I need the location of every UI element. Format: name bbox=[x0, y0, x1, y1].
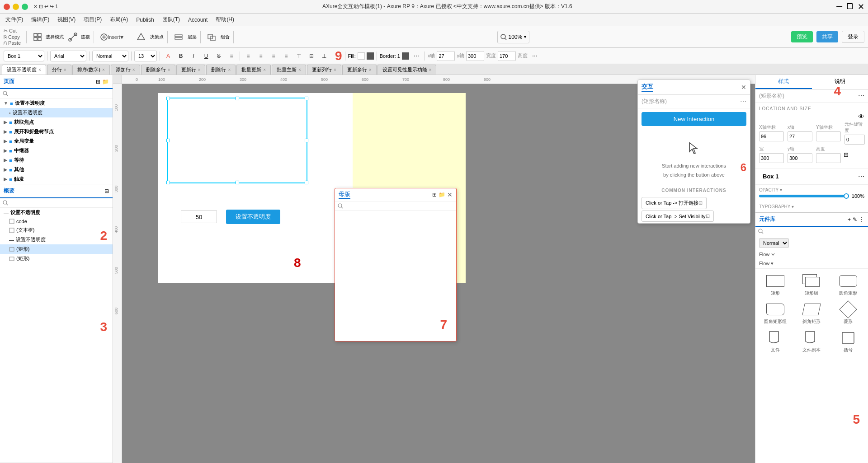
pages-new-folder[interactable]: 📁 bbox=[102, 79, 109, 85]
component-item-diamond[interactable]: 菱形 bbox=[831, 300, 865, 327]
style-widget-name-input[interactable] bbox=[759, 93, 858, 99]
widget-display-more[interactable]: ⋯ bbox=[858, 173, 864, 180]
italic-btn[interactable]: I bbox=[188, 51, 199, 61]
master-search-input[interactable] bbox=[345, 203, 453, 209]
y-axis-input[interactable] bbox=[816, 131, 841, 141]
tab-delete-multi[interactable]: 删除多行 × bbox=[141, 65, 175, 75]
minimize-icon[interactable]: ─ bbox=[836, 2, 842, 12]
bullet-btn[interactable]: ≡ bbox=[226, 51, 237, 61]
page-tree-item-4[interactable]: ▶ ■ 全局变量 bbox=[0, 136, 113, 146]
tab-close-8[interactable]: × bbox=[298, 67, 301, 72]
canvas-area[interactable]: 0 100 200 300 400 500 600 700 800 900 10… bbox=[113, 75, 755, 463]
pages-search-input[interactable] bbox=[10, 91, 110, 96]
fill-color-box[interactable] bbox=[358, 52, 365, 60]
outline-item-0[interactable]: — 设置不透明度 bbox=[0, 208, 113, 217]
height-input[interactable] bbox=[816, 153, 841, 163]
border-color[interactable] bbox=[402, 52, 409, 60]
tab-style[interactable]: 样式 bbox=[755, 75, 812, 89]
resize-tl[interactable] bbox=[166, 97, 170, 100]
x2-axis-input[interactable] bbox=[788, 131, 812, 141]
restore-icon[interactable]: ⧠ bbox=[846, 2, 854, 12]
align-justify-btn[interactable]: ≡ bbox=[281, 51, 292, 61]
widget-more-btn[interactable]: ⋯ bbox=[740, 98, 746, 105]
select-mode-btn[interactable] bbox=[30, 30, 45, 44]
opacity-label[interactable]: OPACITY ▾ bbox=[759, 187, 864, 192]
align-top-btn[interactable]: ⊤ bbox=[293, 51, 304, 61]
opacity-thumb[interactable] bbox=[844, 193, 849, 199]
outline-item-2[interactable]: (文本框) bbox=[0, 225, 113, 235]
page-tree-item-3[interactable]: ▶ ■ 展开和折叠树节点 bbox=[0, 127, 113, 136]
tab-set-opacity[interactable]: 设置不透明度 × bbox=[2, 65, 46, 75]
align-center-btn[interactable]: ≡ bbox=[255, 51, 266, 61]
font-size-select[interactable]: 13 bbox=[134, 51, 157, 61]
menu-project[interactable]: 项目(P) bbox=[80, 15, 105, 24]
align-middle-btn[interactable]: ⊟ bbox=[306, 51, 317, 61]
resize-br[interactable] bbox=[305, 181, 308, 184]
menu-help[interactable]: 帮助(H) bbox=[212, 15, 238, 24]
y-value-input[interactable] bbox=[466, 51, 484, 61]
corner-input[interactable] bbox=[844, 135, 865, 145]
layers-btn[interactable] bbox=[171, 30, 186, 44]
component-item-doc[interactable]: 文件 bbox=[758, 328, 793, 355]
master-close-btn[interactable]: ✕ bbox=[447, 191, 453, 198]
tab-close-10[interactable]: × bbox=[369, 67, 372, 72]
strikethrough-btn[interactable]: S bbox=[213, 51, 224, 61]
resize-bl[interactable] bbox=[166, 181, 170, 184]
underline-btn[interactable]: U bbox=[201, 51, 212, 61]
component-item-rect-group[interactable]: 矩形组 bbox=[794, 271, 829, 298]
font-family-select[interactable]: Arial bbox=[50, 51, 86, 61]
outline-search-input[interactable] bbox=[10, 200, 110, 206]
align-right-btn[interactable]: ≡ bbox=[268, 51, 279, 61]
minimize-button[interactable] bbox=[13, 4, 19, 10]
resize-tr[interactable] bbox=[305, 97, 308, 100]
zoom-value[interactable]: 100% bbox=[509, 34, 523, 40]
component-item-doc2[interactable]: 文件副本 bbox=[794, 328, 829, 355]
lock-ratio-btn[interactable]: ⊟ bbox=[844, 151, 849, 158]
page-tree-item-0[interactable]: ▼ ■ 设置不透明度 bbox=[0, 98, 113, 108]
tab-update-row[interactable]: 更新行 × bbox=[176, 65, 206, 75]
component-item-bracket[interactable]: 括号 bbox=[831, 328, 865, 355]
component-edit-btn[interactable]: ✎ bbox=[853, 216, 857, 223]
maximize-button[interactable] bbox=[22, 4, 28, 10]
tab-close-5[interactable]: × bbox=[198, 67, 201, 72]
master-folder-btn[interactable]: 📁 bbox=[439, 191, 445, 198]
tab-batch-new[interactable]: 批量主新 × bbox=[272, 65, 306, 75]
component-add-btn[interactable]: + bbox=[848, 216, 851, 223]
set-opacity-btn[interactable]: 设置不透明度 bbox=[226, 210, 280, 224]
width-value-input[interactable] bbox=[498, 51, 516, 61]
menu-publish[interactable]: Publish bbox=[132, 16, 157, 24]
login-btn[interactable]: 登录 bbox=[842, 31, 864, 43]
component-item-rounded-rect[interactable]: 圆角矩形 bbox=[831, 271, 865, 298]
tab-delete-row[interactable]: 删除行 × bbox=[206, 65, 236, 75]
opacity-input-box[interactable]: 50 bbox=[181, 210, 217, 223]
share-btn[interactable]: 共享 bbox=[816, 31, 838, 42]
page-tree-item-1[interactable]: ▪ 设置不透明度 bbox=[0, 108, 113, 117]
component-search-input[interactable] bbox=[765, 229, 865, 234]
outline-item-1[interactable]: code bbox=[0, 217, 113, 225]
menu-account[interactable]: Account bbox=[184, 16, 211, 24]
widget-name-select[interactable]: Box 1 bbox=[4, 51, 44, 61]
x-value-input[interactable] bbox=[437, 51, 455, 61]
tab-update-multi-row[interactable]: 更新多行 × bbox=[342, 65, 377, 75]
preview-btn[interactable]: 预览 bbox=[791, 31, 813, 42]
bold-btn[interactable]: B bbox=[175, 51, 186, 61]
master-new-btn[interactable]: ⊞ bbox=[432, 191, 437, 198]
typography-label[interactable]: TYPOGRAPHY ▾ bbox=[759, 204, 864, 209]
menu-team[interactable]: 团队(T) bbox=[159, 15, 184, 24]
tab-close-7[interactable]: × bbox=[263, 67, 266, 72]
component-library-select[interactable]: Normal bbox=[759, 238, 789, 248]
tab-visibility[interactable]: 设置可见性显示功能 × bbox=[377, 65, 437, 75]
menu-edit[interactable]: 编辑(E) bbox=[28, 15, 53, 24]
width-input[interactable] bbox=[759, 153, 784, 163]
visibility-btn[interactable]: 👁 bbox=[858, 113, 864, 120]
border-options-btn[interactable]: ⋯ bbox=[411, 51, 422, 61]
page-tree-item-2[interactable]: ▶ ■ 获取焦点 bbox=[0, 117, 113, 127]
y2-input[interactable] bbox=[788, 153, 812, 163]
component-item-rounded-cut[interactable]: 圆角矩形组 bbox=[758, 300, 793, 327]
anchor-btn[interactable] bbox=[134, 30, 148, 44]
tab-close-11[interactable]: × bbox=[429, 67, 432, 72]
opacity-slider[interactable] bbox=[759, 195, 849, 197]
resize-mr[interactable] bbox=[305, 139, 308, 142]
insert-btn[interactable]: Insert ▾ bbox=[98, 30, 126, 44]
align-bottom-btn[interactable]: ⊥ bbox=[319, 51, 330, 61]
